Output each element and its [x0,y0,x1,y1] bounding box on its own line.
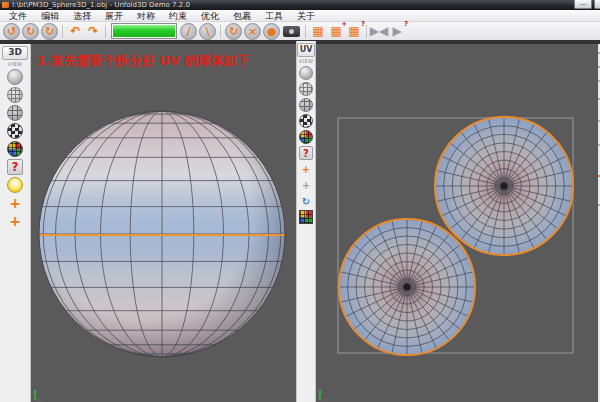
record-icon: ● [267,25,277,38]
minimize-button[interactable]: — [574,0,592,9]
light-toggle-icon[interactable] [7,177,23,193]
mirror-sew-icon: ▶◀ [370,24,388,38]
tab-3d[interactable]: 3D [2,46,28,60]
menu-item-0[interactable]: 文件 [2,10,34,22]
cut-edges-button[interactable]: / [180,23,197,40]
menu-item-7[interactable]: 包裹 [226,10,258,22]
app-icon[interactable] [2,2,9,8]
uv-refresh-icon[interactable]: ↻ [299,194,313,208]
optimize-map-icon: ↻ [45,25,54,38]
sidebar-3d: 3D VIEW ?++ [0,44,31,402]
menu-item-5[interactable]: 约束 [162,10,194,22]
uv-checker-view-icon[interactable] [299,114,313,128]
toolbar-separator [62,25,63,38]
tab-uv[interactable]: UV [297,43,315,57]
uv-island-2[interactable] [339,219,475,355]
move-tool-icon[interactable]: + [7,195,23,211]
unfold-button[interactable]: ↺ [3,23,20,40]
weld-edges-icon: \ [205,25,209,38]
shaded-wire-view-icon[interactable] [7,105,23,121]
pack-add-icon: ▦ [330,24,341,38]
uv-wireframe-view-icon[interactable] [299,82,313,96]
pack-add-button[interactable]: ▦+ [327,23,345,39]
stretch-check-icon: × [248,25,257,38]
uv-pan-tool-icon[interactable]: + [299,178,313,192]
viewport-3d[interactable]: 1.首先需要个拆分好 UV 的球体如下 [31,44,297,402]
mirror-help-icon: ▶ [392,24,401,38]
window-title: I:\bt\PM3D_Sphere3D_1.obj - Unfold3D Dem… [12,0,190,10]
unfold-selected-button[interactable]: ↻ [22,23,39,40]
toolbar-separator [305,25,306,38]
menu-item-1[interactable]: 编辑 [34,10,66,22]
pack-help-icon: ▦ [348,24,359,38]
annotation-text: 1.首先需要个拆分好 UV 的球体如下 [37,52,250,70]
optimize-map-button[interactable]: ↻ [41,23,58,40]
menu-item-2[interactable]: 选择 [66,10,98,22]
cut-edges-icon: / [186,25,190,38]
relax-button[interactable]: ↻ [225,23,242,40]
viewport-uv[interactable] [316,44,597,402]
unfold-selected-icon: ↻ [26,25,35,38]
relax-icon: ↻ [229,25,238,38]
app-window: I:\bt\PM3D_Sphere3D_1.obj - Unfold3D Dem… [0,0,600,402]
toolbar-separator [366,25,367,38]
uv-shaded-view-icon[interactable] [299,66,313,80]
main-toolbar: ↺↻↻↶↷/\↻×●▦▦+▦?▶◀▶? [0,22,600,40]
uv-shaded-wire-view-icon[interactable] [299,98,313,112]
pack-help-badge-icon: ? [361,20,365,28]
uv-island-1[interactable] [435,117,573,255]
pack-icon: ▦ [312,24,323,38]
maximize-button[interactable] [594,0,600,9]
color-checker-view-icon[interactable] [7,141,23,157]
view-label-uv: VIEW [297,58,315,64]
sidebar-uv-icons: ?++↻ [297,66,315,224]
toolbar-separator [220,25,221,38]
record-button[interactable]: ● [263,23,280,40]
menu-item-9[interactable]: 关于 [290,10,322,22]
pan-tool-icon[interactable]: + [7,213,23,229]
unfold-icon: ↺ [7,25,16,38]
pack-button[interactable]: ▦ [309,23,327,39]
menu-bar: 文件编辑选择展开对称约束优化包裹工具关于 [0,10,600,22]
shaded-view-icon[interactable] [7,69,23,85]
mirror-sew-button[interactable]: ▶◀ [370,23,388,39]
undo-icon: ↶ [70,24,80,38]
mirror-help-badge-icon: ? [404,20,408,28]
snapshot-camera-icon[interactable] [283,26,300,37]
menu-item-3[interactable]: 展开 [98,10,130,22]
menu-item-4[interactable]: 对称 [130,10,162,22]
checker-view-icon[interactable] [7,123,23,139]
sphere-canvas [31,44,297,402]
uv-move-tool-icon[interactable]: + [299,162,313,176]
uv-checker-map-icon[interactable] [299,210,313,224]
toolbar-separator [105,25,106,38]
uv-canvas [316,44,597,402]
uv-help-icon[interactable]: ? [299,146,313,160]
stretch-check-button[interactable]: × [244,23,261,40]
mirror-help-button[interactable]: ▶? [388,23,406,39]
title-bar: I:\bt\PM3D_Sphere3D_1.obj - Unfold3D Dem… [0,0,600,10]
view-help-icon[interactable]: ? [7,159,23,175]
progress-bar [111,23,177,39]
axis-gizmo-3d [33,389,43,401]
view-label-3d: VIEW [0,61,30,67]
wireframe-view-icon[interactable] [7,87,23,103]
sidebar-3d-icons: ?++ [0,69,30,229]
uv-color-checker-view-icon[interactable] [299,130,313,144]
axis-gizmo-uv [318,389,328,401]
sidebar-uv: UV VIEW ?++↻ [296,41,316,402]
window-controls: — [574,0,600,9]
redo-icon: ↷ [88,24,98,38]
undo-button[interactable]: ↶ [66,23,84,39]
menu-item-8[interactable]: 工具 [258,10,290,22]
pack-help-button[interactable]: ▦? [345,23,363,39]
redo-button[interactable]: ↷ [84,23,102,39]
menu-item-6[interactable]: 优化 [194,10,226,22]
weld-edges-button[interactable]: \ [199,23,216,40]
